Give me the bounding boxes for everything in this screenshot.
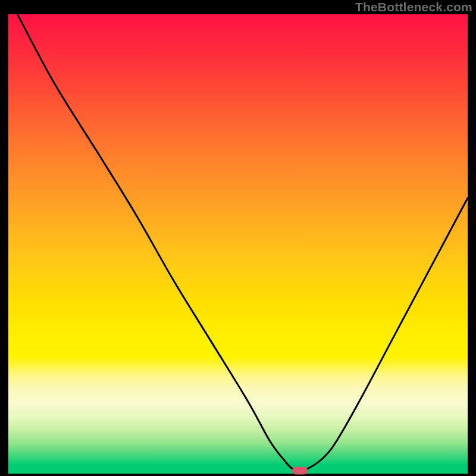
- optimum-marker: [292, 467, 308, 475]
- watermark-text: TheBottleneck.com: [355, 0, 472, 14]
- bottleneck-curve: [8, 14, 468, 474]
- plot-area: [8, 14, 468, 474]
- chart-frame: [8, 14, 468, 474]
